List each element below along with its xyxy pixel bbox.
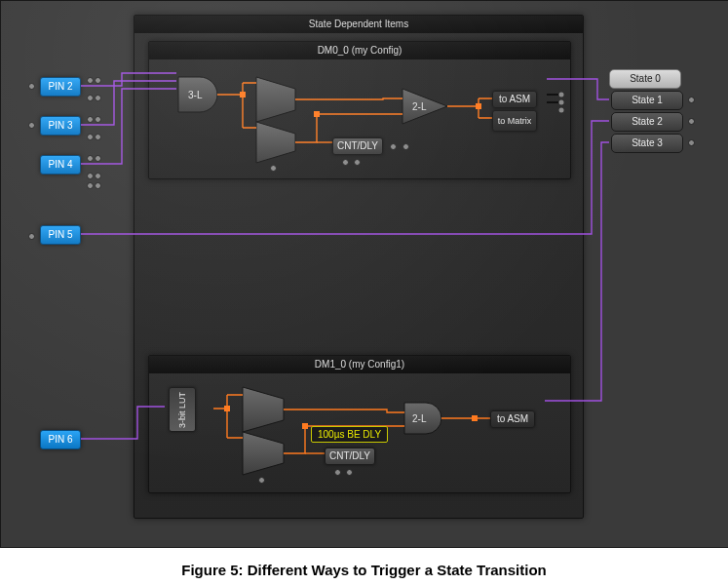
dm1-toasm-block: to ASM — [490, 410, 535, 428]
diagram-canvas: State Dependent Items DM0_0 (my Config) … — [0, 0, 728, 548]
panel-state-dependent: State Dependent Items DM0_0 (my Config) … — [134, 15, 584, 519]
dm1-lut2-label: 2-L — [412, 413, 427, 424]
figure-caption: Figure 5: Different Ways to Trigger a St… — [0, 562, 728, 578]
state-2[interactable]: State 2 — [611, 112, 683, 132]
state-0[interactable]: State 0 — [609, 69, 681, 89]
svg-rect-1 — [314, 111, 320, 117]
pin-6[interactable]: PIN 6 — [40, 430, 81, 449]
dm1-cntdly-block: CNT/DLY — [325, 448, 375, 465]
pin-2[interactable]: PIN 2 — [40, 77, 81, 97]
state-3[interactable]: State 3 — [611, 134, 683, 153]
svg-rect-3 — [224, 406, 230, 411]
svg-rect-2 — [476, 103, 481, 109]
dm0-lut2-label: 2-L — [412, 101, 427, 112]
dm0-toasm-block: to ASM — [492, 91, 537, 108]
panel-dm1: DM1_0 (my Config1) 2-L — [148, 355, 571, 493]
pin-3[interactable]: PIN 3 — [40, 116, 81, 136]
svg-rect-0 — [240, 92, 246, 98]
dm1-delay-tooltip: 100µs BE DLY — [311, 426, 388, 443]
panel-dm1-title: DM1_0 (my Config1) — [149, 356, 570, 373]
panel-dm0: DM0_0 (my Config) 3-L — [148, 41, 571, 179]
state-1[interactable]: State 1 — [611, 91, 683, 110]
dm0-tomatrix-block: to Matrix — [492, 110, 537, 132]
pin-4[interactable]: PIN 4 — [40, 155, 81, 175]
dm1-lut-block: 3-bit LUT — [169, 387, 196, 432]
svg-rect-5 — [472, 415, 478, 421]
panel-dm0-title: DM0_0 (my Config) — [149, 42, 570, 59]
pin-5[interactable]: PIN 5 — [40, 225, 81, 245]
dm0-lut3-label: 3-L — [188, 90, 203, 100]
panel-state-dependent-title: State Dependent Items — [134, 16, 583, 33]
dm0-cntdly-block: CNT/DLY — [332, 137, 383, 155]
svg-rect-4 — [302, 423, 308, 429]
